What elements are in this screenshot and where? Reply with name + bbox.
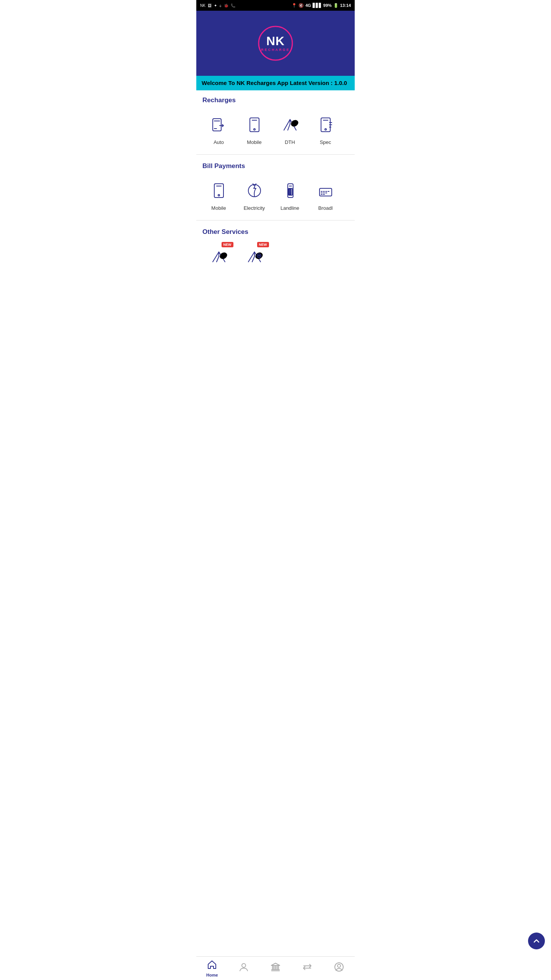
logo-subtext: RECHARGE bbox=[261, 48, 290, 52]
landline-label: Landline bbox=[280, 205, 299, 211]
phone-icon: 📞 bbox=[231, 3, 235, 8]
logo-text: NK bbox=[266, 35, 285, 47]
clock: 13:14 bbox=[340, 3, 351, 8]
broadband-icon bbox=[316, 181, 335, 200]
status-right-info: 📍 🔇 4G ▋▋▋ 99% 🔋 13:14 bbox=[292, 3, 351, 8]
usb-icon: ⏚ bbox=[219, 3, 222, 8]
other-service-dth2-icon-box: NEW bbox=[243, 245, 266, 268]
svg-point-6 bbox=[254, 129, 255, 130]
dth-label: DTH bbox=[285, 139, 295, 145]
mute-icon: 🔇 bbox=[298, 3, 304, 8]
divider-1 bbox=[196, 154, 355, 155]
svg-point-8 bbox=[290, 119, 299, 128]
recharges-grid: Auto Mobile bbox=[202, 110, 349, 151]
bill-mobile-item[interactable]: Mobile bbox=[202, 176, 235, 214]
new-badge-2: NEW bbox=[257, 242, 269, 247]
battery-icon: 🔋 bbox=[333, 3, 339, 8]
svg-line-38 bbox=[217, 256, 219, 262]
electricity-item[interactable]: Electricity bbox=[238, 176, 271, 214]
other-services-grid: NEW NEW bbox=[202, 242, 349, 277]
divider-2 bbox=[196, 220, 355, 220]
mobile-icon-box bbox=[243, 113, 266, 136]
dth-icon-box bbox=[279, 113, 302, 136]
svg-line-9 bbox=[288, 124, 290, 130]
other-service-dth2-item[interactable]: NEW bbox=[238, 242, 271, 274]
special-label: Spec bbox=[320, 139, 331, 145]
app-icon: NK bbox=[200, 3, 205, 8]
recharge-special-item[interactable]: Spec bbox=[309, 110, 342, 148]
svg-point-37 bbox=[218, 251, 228, 260]
recharge-mobile-label: Mobile bbox=[247, 139, 261, 145]
bill-mobile-icon bbox=[210, 181, 228, 200]
other-services-title: Other Services bbox=[202, 228, 349, 236]
logo-container: NK RECHARGE bbox=[254, 22, 297, 64]
header-banner: NK RECHARGE bbox=[196, 11, 355, 76]
other-service-dth1-item[interactable]: NEW bbox=[202, 242, 235, 274]
battery-percent: 99% bbox=[323, 3, 332, 8]
recharge-dth-item[interactable]: DTH bbox=[274, 110, 306, 148]
svg-point-12 bbox=[325, 129, 326, 130]
electricity-icon bbox=[245, 181, 264, 200]
star-icon: ✦ bbox=[214, 3, 217, 8]
svg-rect-1 bbox=[213, 119, 221, 131]
landline-icon-box bbox=[279, 179, 302, 202]
electricity-label: Electricity bbox=[244, 205, 265, 211]
recharges-section: Recharges Auto bbox=[196, 90, 355, 153]
main-content: Recharges Auto bbox=[196, 90, 355, 343]
bill-payments-title: Bill Payments bbox=[202, 162, 349, 170]
landline-icon bbox=[281, 181, 299, 200]
dth-new1-icon bbox=[210, 247, 228, 266]
svg-rect-27 bbox=[289, 191, 290, 191]
recharges-title: Recharges bbox=[202, 96, 349, 104]
auto-label: Auto bbox=[214, 139, 224, 145]
auto-icon-box bbox=[207, 113, 230, 136]
status-left-icons: NK 🖼 ✦ ⏚ 🐞 📞 bbox=[200, 3, 235, 8]
auto-recharge-icon bbox=[210, 116, 228, 134]
special-icon-box bbox=[314, 113, 337, 136]
svg-rect-28 bbox=[290, 191, 291, 191]
image-icon: 🖼 bbox=[208, 3, 212, 8]
marquee-banner: Welcome To NK Recharges App Latest Versi… bbox=[196, 76, 355, 90]
svg-line-41 bbox=[252, 256, 254, 262]
broadband-label: Broadl bbox=[318, 205, 333, 211]
dth-recharge-icon bbox=[281, 116, 299, 134]
landline-item[interactable]: Landline bbox=[274, 176, 306, 214]
svg-rect-31 bbox=[289, 194, 291, 194]
svg-rect-29 bbox=[289, 192, 290, 193]
other-service-dth1-icon-box: NEW bbox=[207, 245, 230, 268]
svg-rect-26 bbox=[290, 189, 291, 190]
status-bar: NK 🖼 ✦ ⏚ 🐞 📞 📍 🔇 4G ▋▋▋ 99% 🔋 13:14 bbox=[196, 0, 355, 11]
marquee-text: Welcome To NK Recharges App Latest Versi… bbox=[202, 80, 347, 86]
network-type: 4G bbox=[305, 3, 311, 8]
special-recharge-icon bbox=[316, 116, 335, 134]
svg-rect-30 bbox=[290, 192, 291, 193]
mobile-recharge-icon bbox=[245, 116, 264, 134]
svg-rect-25 bbox=[289, 189, 290, 190]
broadband-item[interactable]: Broadl bbox=[309, 176, 342, 214]
location-icon: 📍 bbox=[292, 3, 297, 8]
dth-new2-icon bbox=[245, 247, 264, 266]
new-badge-1: NEW bbox=[222, 242, 233, 247]
other-services-section: Other Services NEW NEW bbox=[196, 222, 355, 279]
bill-payments-section: Bill Payments Mobile bbox=[196, 156, 355, 219]
bug-icon: 🐞 bbox=[224, 3, 228, 8]
bill-mobile-icon-box bbox=[207, 179, 230, 202]
bill-payments-grid: Mobile Electricity bbox=[202, 176, 349, 217]
bill-mobile-label: Mobile bbox=[211, 205, 226, 211]
signal-bars: ▋▋▋ bbox=[313, 3, 322, 8]
logo-circle: NK RECHARGE bbox=[254, 22, 297, 64]
recharge-auto-item[interactable]: Auto bbox=[202, 110, 235, 148]
broadband-icon-box bbox=[314, 179, 337, 202]
recharge-mobile-item[interactable]: Mobile bbox=[238, 110, 271, 148]
svg-point-18 bbox=[218, 194, 220, 196]
electricity-icon-box bbox=[243, 179, 266, 202]
